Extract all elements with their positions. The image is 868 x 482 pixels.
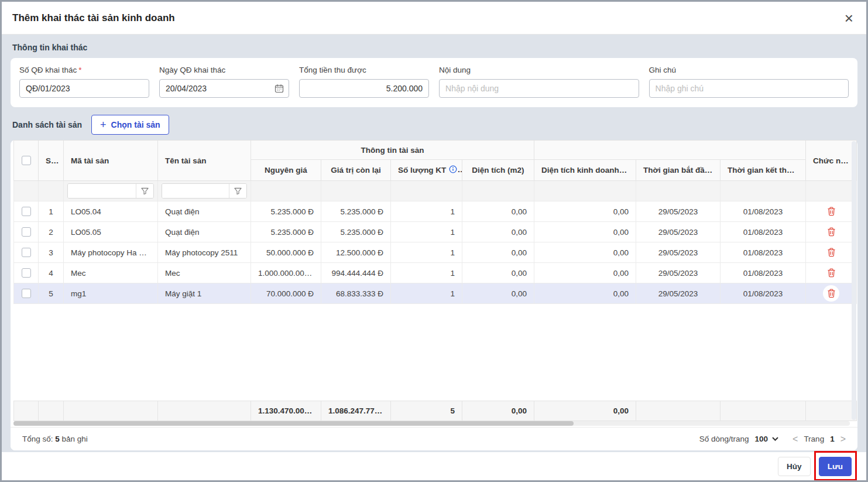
row-checkbox[interactable] xyxy=(22,248,31,257)
cell-start-date: 29/05/2023 xyxy=(636,201,721,222)
cell-business-area: 0,00 xyxy=(534,201,636,222)
cell-area: 0,00 xyxy=(462,242,534,263)
cell-stt: 1 xyxy=(39,201,64,222)
horizontal-scrollbar-thumb[interactable] xyxy=(13,421,574,426)
cell-end-date: 01/08/2023 xyxy=(721,283,806,304)
asset-code-filter-input[interactable] xyxy=(68,184,136,198)
header-start-date: Thời gian bắt đầu (*) xyxy=(636,160,721,181)
asset-table-card: STT Mã tài sản Tên tài sản Thông tin tài… xyxy=(11,140,857,450)
header-stt: STT xyxy=(39,141,64,181)
table-row[interactable]: 1 LO05.04 Quạt điện 5.235.000 Đ 5.235.00… xyxy=(14,201,857,222)
cell-cost: 1.000.000.000 Đ xyxy=(251,263,321,283)
header-end-date: Thời gian kết thúc (*) xyxy=(721,160,806,181)
cell-area: 0,00 xyxy=(462,283,534,304)
header-cost: Nguyên giá xyxy=(251,160,321,181)
select-asset-button[interactable]: + Chọn tài sản xyxy=(91,115,169,135)
delete-row-button[interactable] xyxy=(826,226,837,238)
asset-table: STT Mã tài sản Tên tài sản Thông tin tài… xyxy=(13,140,857,304)
delete-row-button[interactable] xyxy=(826,247,837,258)
vertical-scrollbar[interactable] xyxy=(852,141,856,420)
close-icon[interactable]: × xyxy=(845,11,853,26)
cell-cost: 50.000.000 Đ xyxy=(251,242,321,263)
cancel-button[interactable]: Hủy xyxy=(778,457,811,476)
cell-cost: 5.235.000 Đ xyxy=(251,201,321,222)
cell-business-area: 0,00 xyxy=(534,263,636,283)
asset-name-filter-input[interactable] xyxy=(162,184,229,198)
content-label: Nội dung xyxy=(439,66,639,74)
table-row-selected[interactable]: 5 mg1 Máy giặt 1 70.000.000 Đ 68.833.333… xyxy=(14,283,857,304)
plus-icon: + xyxy=(100,119,107,130)
cell-area: 0,00 xyxy=(462,201,534,222)
required-asterisk: * xyxy=(78,66,81,74)
table-row[interactable]: 4 Mec Mec 1.000.000.000 Đ 994.444.444 Đ … xyxy=(14,263,857,283)
table-row[interactable]: 2 LO05.05 Quạt điện 5.235.000 Đ 5.235.00… xyxy=(14,222,857,242)
header-asset-code: Mã tài sản xyxy=(64,141,158,181)
asset-code-filter xyxy=(67,183,154,199)
row-checkbox[interactable] xyxy=(22,227,31,237)
content-input[interactable] xyxy=(439,79,639,98)
save-button[interactable]: Lưu xyxy=(819,457,852,476)
cell-qty: 1 xyxy=(391,242,462,263)
decision-date-input[interactable] xyxy=(159,79,289,98)
cell-qty: 1 xyxy=(391,283,462,304)
page-label: Trang xyxy=(804,435,824,443)
header-qty: Số lượng KT xyxy=(391,160,462,181)
trash-icon xyxy=(827,289,836,298)
field-note: Ghi chú xyxy=(649,66,849,98)
cell-stt: 3 xyxy=(39,242,64,263)
header-group-empty xyxy=(534,141,806,160)
cell-asset-code: mg1 xyxy=(64,283,158,304)
cell-qty: 1 xyxy=(391,201,462,222)
cell-business-area: 0,00 xyxy=(534,242,636,263)
cell-asset-name: Quạt điện xyxy=(158,222,251,242)
horizontal-scrollbar[interactable] xyxy=(13,421,850,426)
cell-qty: 1 xyxy=(391,263,462,283)
cell-start-date: 29/05/2023 xyxy=(636,263,721,283)
total-collected-input[interactable] xyxy=(299,79,429,98)
cell-asset-code: Mec xyxy=(64,263,158,283)
field-decision-date: Ngày QĐ khai thác xyxy=(159,66,289,98)
trash-icon xyxy=(827,248,836,257)
cell-end-date: 01/08/2023 xyxy=(721,201,806,222)
row-checkbox[interactable] xyxy=(22,207,31,216)
row-checkbox[interactable] xyxy=(22,289,31,298)
row-checkbox[interactable] xyxy=(22,268,31,278)
decision-date-label: Ngày QĐ khai thác xyxy=(159,66,289,74)
delete-row-button[interactable] xyxy=(826,206,837,217)
header-business-area: Diện tích kinh doanh (m2) xyxy=(534,160,636,181)
select-all-checkbox[interactable] xyxy=(22,156,31,165)
total-records-count: 5 xyxy=(55,435,60,443)
asset-list-header-row: Danh sách tài sản + Chọn tài sản xyxy=(12,115,866,135)
rows-per-page-select[interactable]: 100 xyxy=(755,435,779,443)
dialog-title: Thêm khai thác tài sản kinh doanh xyxy=(12,12,175,24)
funnel-icon[interactable] xyxy=(229,184,246,198)
add-asset-exploitation-dialog: Thêm khai thác tài sản kinh doanh × Thôn… xyxy=(0,0,868,482)
header-group-asset-info: Thông tin tài sản xyxy=(251,141,534,160)
total-records-label: Tổng số: 5 bản ghi xyxy=(22,435,88,443)
delete-row-button[interactable] xyxy=(826,267,837,279)
cell-remaining-value: 5.235.000 Đ xyxy=(321,222,391,242)
total-cost: 1.130.470.000 Đ xyxy=(251,401,321,421)
header-asset-name: Tên tài sản xyxy=(158,141,251,181)
decision-number-label: Số QĐ khai thác xyxy=(19,66,77,74)
cell-end-date: 01/08/2023 xyxy=(721,222,806,242)
chevron-down-icon xyxy=(772,437,778,441)
decision-number-input[interactable] xyxy=(19,79,149,98)
cell-area: 0,00 xyxy=(462,222,534,242)
funnel-icon[interactable] xyxy=(136,184,153,198)
calendar-icon[interactable] xyxy=(275,84,284,95)
next-page-button[interactable]: > xyxy=(840,435,846,444)
cell-end-date: 01/08/2023 xyxy=(721,263,806,283)
info-circle-icon[interactable] xyxy=(449,165,457,175)
note-input[interactable] xyxy=(649,79,849,98)
cell-stt: 4 xyxy=(39,263,64,283)
cell-end-date: 01/08/2023 xyxy=(721,242,806,263)
table-row[interactable]: 3 Máy photocopy Ha Noi ... Máy photocopy… xyxy=(14,242,857,263)
cell-area: 0,00 xyxy=(462,263,534,283)
cell-asset-code: Máy photocopy Ha Noi ... xyxy=(64,242,158,263)
total-collected-label: Tổng tiền thu được xyxy=(299,66,429,74)
asset-table-region: STT Mã tài sản Tên tài sản Thông tin tài… xyxy=(11,140,857,426)
prev-page-button[interactable]: < xyxy=(792,435,798,444)
asset-name-filter xyxy=(162,183,247,199)
delete-row-button[interactable] xyxy=(826,288,837,299)
